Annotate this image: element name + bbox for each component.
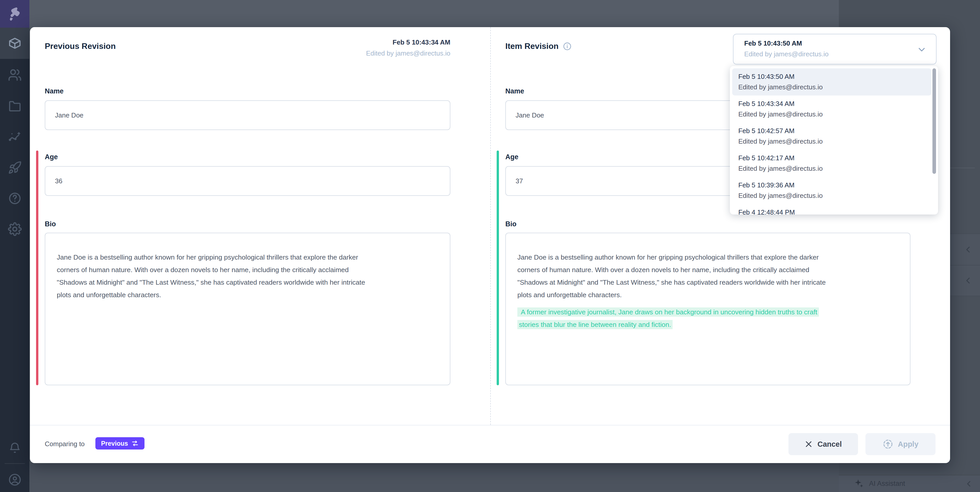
revision-option[interactable]: Feb 5 10:42:57 AM Edited by james@direct… xyxy=(732,123,931,150)
swap-arrows-icon xyxy=(131,439,139,447)
revision-option-sub: Edited by james@directus.io xyxy=(738,83,931,91)
dropdown-scrollbar[interactable] xyxy=(932,68,936,174)
revision-option-time: Feb 5 10:42:17 AM xyxy=(738,154,931,162)
cancel-button[interactable]: Cancel xyxy=(788,433,858,455)
module-files-icon[interactable] xyxy=(0,94,29,118)
revision-option[interactable]: Feb 5 10:42:17 AM Edited by james@direct… xyxy=(732,150,931,177)
previous-revision-timestamp: Feb 5 10:43:34 AM xyxy=(286,38,450,46)
revision-select-sub: Edited by james@directus.io xyxy=(744,50,936,58)
apply-label: Apply xyxy=(898,440,919,449)
module-rocket-icon[interactable] xyxy=(0,155,29,180)
revision-option[interactable]: Feb 5 10:43:34 AM Edited by james@direct… xyxy=(732,96,931,123)
comparing-target-label: Previous xyxy=(101,440,128,447)
bio-added-bar xyxy=(496,217,499,385)
module-bar xyxy=(0,0,29,492)
notifications-bell-icon[interactable] xyxy=(0,436,29,460)
name-value: Jane Doe xyxy=(515,111,544,119)
revision-compare-modal: Previous Revision Feb 5 10:43:34 AM Edit… xyxy=(30,27,950,463)
revision-option-time: Feb 4 12:48:44 PM xyxy=(738,208,931,214)
age-removed-bar xyxy=(36,150,38,222)
name-input-previous[interactable]: Jane Doe xyxy=(45,101,450,130)
age-input-previous[interactable]: 36 xyxy=(45,166,450,196)
apply-upload-icon xyxy=(883,439,893,449)
user-avatar[interactable] xyxy=(0,467,29,492)
module-content-icon[interactable] xyxy=(0,31,29,56)
apply-button[interactable]: Apply xyxy=(865,433,935,455)
chevron-left-icon xyxy=(963,245,973,254)
comparing-target-button[interactable]: Previous xyxy=(95,437,145,449)
cancel-label: Cancel xyxy=(817,440,842,449)
revision-option-time: Feb 5 10:43:34 AM xyxy=(738,100,931,108)
age-added-bar xyxy=(496,150,499,222)
revision-dropdown-menu: Feb 5 10:43:50 AM Edited by james@direct… xyxy=(730,66,938,214)
ai-sparkle-icon xyxy=(854,478,864,489)
module-users-icon[interactable] xyxy=(0,63,29,87)
name-value: Jane Doe xyxy=(55,111,83,119)
bio-added-text: A former investigative journalist, Jane … xyxy=(517,307,819,329)
revision-option-sub: Edited by james@directus.io xyxy=(738,165,931,173)
bottom-strip xyxy=(29,464,839,492)
age-label: Age xyxy=(505,153,519,161)
age-value: 36 xyxy=(55,177,62,185)
chevron-left-icon[interactable] xyxy=(964,479,974,489)
revision-option-sub: Edited by james@directus.io xyxy=(738,137,931,145)
bio-label: Bio xyxy=(505,220,517,228)
bio-removed-bar xyxy=(36,217,38,385)
chevron-down-icon xyxy=(916,45,927,55)
footer-separator xyxy=(30,425,950,425)
directus-logo[interactable] xyxy=(0,0,29,28)
panel-divider xyxy=(490,27,491,425)
name-label: Name xyxy=(505,87,524,95)
revision-option-time: Feb 5 10:43:50 AM xyxy=(738,73,931,81)
bio-value: Jane Doe is a bestselling author known f… xyxy=(517,251,894,301)
revision-option[interactable]: Feb 5 10:43:50 AM Edited by james@direct… xyxy=(732,68,931,96)
ai-assistant-label: AI Assistant xyxy=(869,480,905,488)
revision-option[interactable]: Feb 4 12:48:44 PM Edited by james@direct… xyxy=(732,204,931,214)
close-icon xyxy=(805,440,813,448)
comparing-to-label: Comparing to xyxy=(45,425,85,463)
bio-input-current[interactable]: Jane Doe is a bestselling author known f… xyxy=(505,233,910,385)
age-value: 37 xyxy=(515,177,523,185)
revision-option-sub: Edited by james@directus.io xyxy=(738,192,931,200)
previous-revision-edited-by: Edited by james@directus.io xyxy=(286,50,450,58)
revision-option-time: Feb 5 10:39:36 AM xyxy=(738,181,931,189)
chevron-left-icon xyxy=(963,276,973,286)
info-icon[interactable] xyxy=(563,42,572,51)
bio-input-previous[interactable]: Jane Doe is a bestselling author known f… xyxy=(45,233,450,385)
bio-label: Bio xyxy=(45,220,56,228)
revision-option-time: Feb 5 10:42:57 AM xyxy=(738,127,931,135)
age-label: Age xyxy=(45,153,58,161)
previous-revision-title: Previous Revision xyxy=(45,42,116,51)
item-revision-title: Item Revision xyxy=(505,42,558,51)
top-bar xyxy=(29,0,839,28)
ai-assistant-row[interactable]: AI Assistant xyxy=(839,475,980,492)
module-help-icon[interactable] xyxy=(0,186,29,211)
rabbit-icon xyxy=(7,6,23,22)
revision-option-sub: Edited by james@directus.io xyxy=(738,110,931,118)
revision-option[interactable]: Feb 5 10:39:36 AM Edited by james@direct… xyxy=(732,177,931,204)
revision-select[interactable]: Feb 5 10:43:50 AM Edited by james@direct… xyxy=(733,34,937,64)
module-insights-icon[interactable] xyxy=(0,125,29,149)
name-label: Name xyxy=(45,87,64,95)
bio-value: Jane Doe is a bestselling author known f… xyxy=(57,251,434,301)
revision-select-value: Feb 5 10:43:50 AM xyxy=(744,40,936,47)
module-bar-divider xyxy=(5,463,25,464)
module-settings-icon[interactable] xyxy=(0,217,29,241)
